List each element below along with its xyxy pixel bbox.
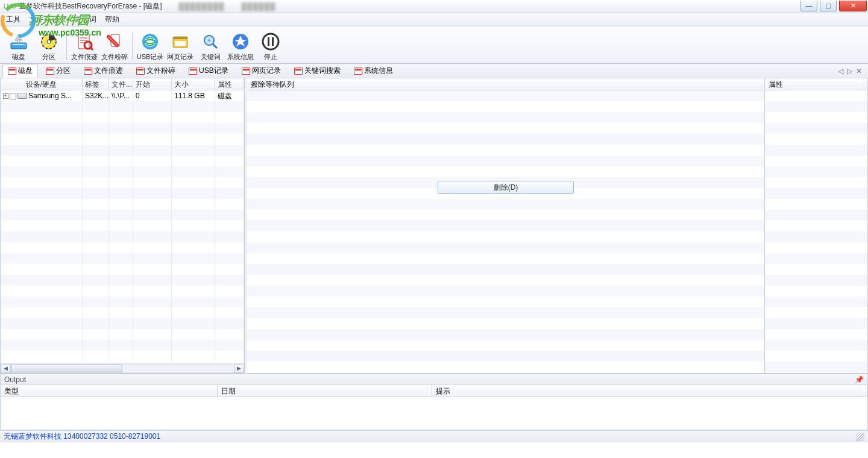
left-grid-header: 设备/硬盘 标签 文件... 开始 大小 属性	[1, 78, 244, 90]
menu-record[interactable]: 记录	[52, 14, 66, 25]
col-device[interactable]: 设备/硬盘	[1, 78, 83, 90]
output-panel: Output 📌 类型 日期 提示	[0, 374, 868, 430]
table-row	[1, 231, 244, 242]
tab-icon	[354, 67, 362, 75]
menu-bar: 工具 文件 记录 关键词 帮助	[0, 13, 868, 27]
table-row	[1, 275, 244, 286]
left-pane: 设备/硬盘 标签 文件... 开始 大小 属性 + Samsung S... S…	[0, 78, 245, 374]
table-row	[1, 307, 244, 318]
tool-shred[interactable]: 文件粉碎	[99, 31, 130, 63]
output-col-date[interactable]: 日期	[218, 385, 432, 397]
table-row	[1, 351, 244, 362]
table-row[interactable]: + Samsung S... S32K... \\.\P... 0 111.8 …	[1, 90, 244, 101]
svg-rect-5	[17, 39, 20, 43]
pin-icon[interactable]: 📌	[855, 375, 864, 384]
tab-prev-icon[interactable]: ◁	[838, 67, 843, 75]
svg-point-26	[263, 34, 278, 49]
watermark-url: www.pc0359.cn	[39, 28, 101, 37]
col-label[interactable]: 标签	[83, 78, 109, 90]
svg-text:+: +	[207, 36, 211, 45]
cell-label: S32K...	[83, 90, 109, 101]
expand-icon[interactable]: +	[3, 93, 8, 99]
table-row	[1, 253, 244, 264]
resize-grip-icon[interactable]	[856, 433, 864, 441]
delete-button[interactable]: 删除(D)	[438, 181, 574, 194]
col-erase-queue[interactable]: 擦除等待队列	[247, 78, 764, 90]
window-title: 蓝梦软件科技BestRecoveryForErase - [磁盘]	[19, 1, 162, 11]
attr-body	[765, 90, 867, 373]
menu-file[interactable]: 文件	[29, 14, 43, 25]
scroll-left-icon[interactable]: ◀	[1, 364, 11, 373]
toolbar: 磁盘 分区 文件痕迹 文件粉碎 USB记录 网页记录 + 关键词 系统信息 停止	[0, 27, 868, 64]
tab-icon	[189, 67, 197, 75]
tab-icon	[84, 67, 92, 75]
table-row	[1, 134, 244, 145]
tab-icon	[242, 67, 250, 75]
col-fs[interactable]: 文件...	[109, 78, 133, 90]
left-grid-body: + Samsung S... S32K... \\.\P... 0 111.8 …	[1, 90, 244, 363]
close-button[interactable]: ✕	[839, 1, 867, 11]
right-pane: 擦除等待队列 删除(D) 属性	[247, 78, 868, 374]
tab-icon	[8, 67, 16, 75]
table-row	[1, 340, 244, 351]
tab-sysinfo[interactable]: 系统信息	[348, 64, 398, 78]
col-start[interactable]: 开始	[133, 78, 172, 90]
tool-stop[interactable]: 停止	[256, 31, 286, 63]
sysinfo-icon	[231, 32, 250, 51]
svg-rect-21	[175, 41, 186, 46]
scroll-right-icon[interactable]: ▶	[234, 364, 244, 373]
svg-line-23	[213, 44, 217, 48]
title-bar: LMD 蓝梦软件科技BestRecoveryForErase - [磁盘] ██…	[0, 0, 868, 13]
maximize-button[interactable]: ▢	[820, 1, 837, 11]
output-col-type[interactable]: 类型	[1, 385, 218, 397]
col-size[interactable]: 大小	[172, 78, 215, 90]
output-col-msg[interactable]: 提示	[432, 385, 867, 397]
tool-disk[interactable]: 磁盘	[4, 31, 34, 63]
tab-web[interactable]: 网页记录	[236, 64, 286, 78]
scrollbar-thumb[interactable]	[11, 365, 122, 372]
cell-attr: 磁盘	[215, 90, 244, 101]
table-row	[1, 329, 244, 340]
tool-keyword[interactable]: + 关键词	[195, 31, 225, 63]
left-hscroll[interactable]: ◀ ▶	[1, 363, 244, 373]
tab-icon	[136, 67, 145, 75]
tool-sysinfo[interactable]: 系统信息	[225, 31, 256, 63]
minimize-button[interactable]: —	[800, 1, 817, 11]
output-body	[1, 397, 867, 430]
menu-help[interactable]: 帮助	[105, 14, 119, 25]
svg-rect-4	[13, 44, 25, 45]
tab-usb[interactable]: USB记录	[183, 64, 234, 78]
table-row	[1, 221, 244, 231]
tool-usb[interactable]: USB记录	[135, 31, 165, 63]
svg-line-14	[90, 48, 93, 50]
checkbox[interactable]	[10, 93, 16, 99]
tab-partition[interactable]: 分区	[40, 64, 76, 78]
col-attr-right[interactable]: 属性	[765, 78, 867, 90]
tab-trace[interactable]: 文件痕迹	[78, 64, 128, 78]
tab-shred[interactable]: 文件粉碎	[131, 64, 181, 78]
table-row	[1, 188, 244, 199]
shred-icon	[105, 32, 124, 51]
tab-icon	[46, 67, 54, 75]
disk-icon	[9, 32, 28, 51]
table-row	[1, 286, 244, 296]
menu-tools[interactable]: 工具	[6, 14, 20, 25]
table-row	[1, 210, 244, 221]
tab-disk[interactable]: 磁盘	[2, 64, 38, 78]
status-link[interactable]: 无锡蓝梦软件科技 13400027332 0510-82719001	[4, 431, 160, 442]
table-row	[1, 318, 244, 329]
tab-icon	[294, 67, 303, 75]
cell-size: 111.8 GB	[172, 90, 215, 101]
stop-icon	[261, 32, 280, 51]
keyword-icon: +	[201, 32, 220, 51]
svg-rect-28	[272, 37, 274, 46]
table-row	[1, 123, 244, 134]
cell-device: Samsung S...	[28, 92, 72, 100]
tab-close-icon[interactable]: ✕	[856, 67, 862, 75]
table-row	[1, 177, 244, 188]
menu-keyword[interactable]: 关键词	[75, 14, 96, 25]
col-attr[interactable]: 属性	[215, 78, 244, 90]
tool-web[interactable]: 网页记录	[165, 31, 195, 63]
tab-keyword[interactable]: 关键词搜索	[289, 64, 346, 78]
tab-next-icon[interactable]: ▷	[847, 67, 852, 75]
